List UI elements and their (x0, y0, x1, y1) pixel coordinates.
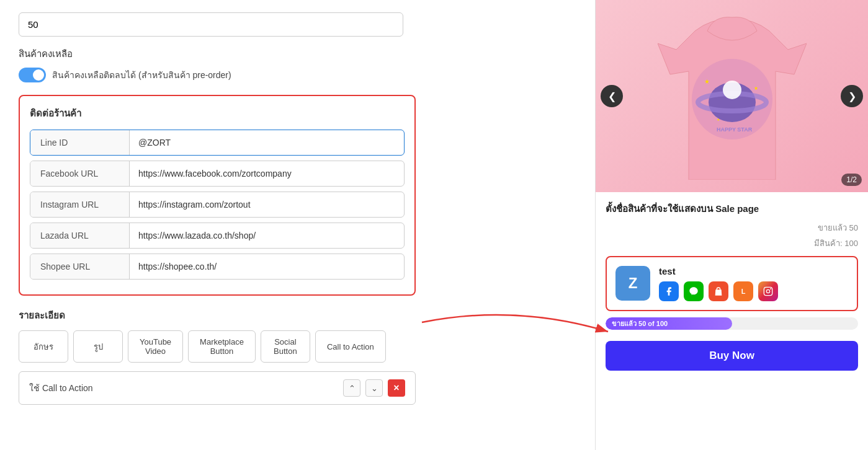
product-info: ตั้งชื่อสินค้าที่จะใช้แสดงบน Sale page ข… (596, 192, 868, 450)
shopee-url-row: Shopee URL (30, 254, 405, 280)
progress-bar-row: ขายแล้ว 50 of 100 (606, 317, 858, 330)
product-image-container: ★ ★ ★ HAPPY STAR ❮ ❯ 1/2 (596, 0, 868, 192)
svg-point-11 (770, 288, 771, 289)
progress-label: ขายแล้ว 50 of 100 (612, 318, 668, 329)
social-icons: L (659, 281, 848, 301)
detail-buttons: อักษร รูป YouTubeVideo MarketplaceButton… (19, 330, 576, 363)
stock-stat: มีสินค้า: 100 (606, 237, 858, 250)
btn-youtube[interactable]: YouTubeVideo (128, 330, 183, 363)
lazada-label: Lazada URL (30, 223, 130, 248)
contact-title: ติดต่อร้านค้า (30, 106, 405, 121)
svg-text:★: ★ (717, 118, 720, 121)
svg-point-10 (766, 289, 769, 293)
store-name: test (659, 266, 848, 276)
cta-down-arrow[interactable]: ⌄ (365, 379, 383, 397)
facebook-label: Facebook URL (30, 161, 130, 186)
sold-stat: ขายแล้ว 50 (606, 221, 858, 234)
left-panel: 50 สินค้าคงเหลือ สินค้าคงเหลือติดลบได้ (… (0, 0, 596, 450)
product-title: ตั้งชื่อสินค้าที่จะใช้แสดงบน Sale page (606, 202, 858, 216)
stock-label: สินค้าคงเหลือ (19, 46, 576, 61)
toggle-text: สินค้าคงเหลือติดลบได้ (สำหรับสินค้า pre-… (52, 68, 231, 82)
shopee-label: Shopee URL (30, 254, 130, 279)
buy-now-button[interactable]: Buy Now (606, 341, 858, 371)
product-image: ★ ★ ★ HAPPY STAR (596, 0, 868, 192)
line-id-row: Line ID (30, 130, 405, 156)
store-info: test L (659, 266, 848, 301)
cta-controls: ⌃ ⌄ × (343, 379, 405, 397)
tshirt-svg: ★ ★ ★ HAPPY STAR (658, 12, 807, 180)
line-id-label: Line ID (30, 130, 130, 155)
btn-text[interactable]: อักษร (19, 330, 68, 363)
cta-label: ใช้ Call to Action (29, 381, 93, 395)
contact-box: ติดต่อร้านค้า Line ID Facebook URL Insta… (19, 95, 416, 296)
svg-point-4 (723, 81, 741, 99)
cta-close-btn[interactable]: × (388, 379, 405, 397)
next-image-btn[interactable]: ❯ (841, 85, 863, 107)
svg-text:★: ★ (704, 78, 710, 85)
progress-bar-track: ขายแล้ว 50 of 100 (606, 317, 858, 330)
right-panel: ★ ★ ★ HAPPY STAR ❮ ❯ 1/2 ตั้งชื่อสินค้าท… (596, 0, 868, 450)
contact-preview: Z test L (606, 256, 858, 311)
btn-image[interactable]: รูป (73, 330, 123, 363)
instagram-label: Instagram URL (30, 192, 130, 217)
page-indicator: 1/2 (841, 174, 862, 186)
facebook-icon[interactable] (659, 281, 679, 301)
detail-label: รายละเอียด (19, 308, 576, 323)
shopee-icon[interactable] (709, 281, 728, 301)
store-avatar: Z (615, 266, 650, 301)
svg-text:★: ★ (754, 86, 758, 91)
lazada-icon[interactable]: L (733, 281, 753, 301)
btn-cta[interactable]: Call to Action (315, 330, 386, 363)
cta-up-arrow[interactable]: ⌃ (343, 379, 360, 397)
prev-image-btn[interactable]: ❮ (601, 85, 623, 107)
line-icon[interactable] (684, 281, 704, 301)
quantity-input[interactable]: 50 (19, 12, 403, 37)
lazada-input[interactable] (130, 223, 404, 248)
facebook-url-row: Facebook URL (30, 161, 405, 187)
shopee-input[interactable] (130, 254, 404, 279)
btn-social[interactable]: SocialButton (261, 330, 310, 363)
cta-section: ใช้ Call to Action ⌃ ⌄ × (19, 371, 416, 405)
svg-text:HAPPY STAR: HAPPY STAR (717, 126, 753, 133)
lazada-url-row: Lazada URL (30, 223, 405, 249)
facebook-input[interactable] (130, 161, 404, 186)
instagram-icon[interactable] (758, 281, 778, 301)
btn-marketplace[interactable]: MarketplaceButton (188, 330, 256, 363)
preorder-toggle[interactable] (19, 68, 46, 82)
line-id-input[interactable] (130, 130, 404, 155)
instagram-input[interactable] (130, 192, 404, 217)
toggle-row: สินค้าคงเหลือติดลบได้ (สำหรับสินค้า pre-… (19, 68, 576, 82)
instagram-url-row: Instagram URL (30, 192, 405, 218)
